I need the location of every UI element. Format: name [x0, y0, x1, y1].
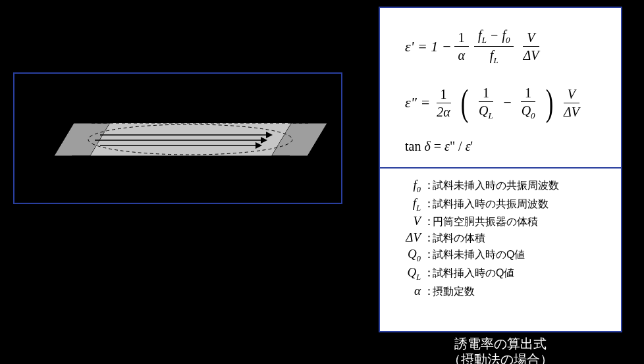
formula-caption: 誘電率の算出式 （摂動法の場合）: [379, 336, 622, 364]
legend-symbol: α: [392, 284, 421, 298]
legend-colon: ：: [423, 196, 433, 211]
legend-desc: 試料挿入時の共振周波数: [433, 197, 549, 211]
equation-tan-delta: tan δ = ε" / ε': [405, 139, 608, 154]
legend-row: fL：試料挿入時の共振周波数: [392, 196, 609, 213]
legend-desc: 試料挿入時のQ値: [433, 267, 514, 280]
legend-desc: 試料未挿入時のQ値: [433, 248, 525, 262]
legend-symbol: Q0: [392, 247, 421, 264]
legend-colon: ：: [423, 178, 433, 193]
caption-line1: 誘電率の算出式: [454, 336, 547, 351]
caption-line2: （摂動法の場合）: [448, 352, 553, 364]
legend-colon: ：: [423, 265, 433, 280]
legend-row: QL：試料挿入時のQ値: [392, 265, 609, 282]
equation-eps-prime: ε' = 1 − 1 α fL − f0 fL V ΔV: [405, 26, 608, 67]
cavity-diagram-frame: [13, 72, 342, 204]
equation-eps-double-prime: ε" = 1 2α ( 1 QL − 1 Q0 ) V ΔV: [405, 84, 608, 122]
legend-colon: ：: [423, 214, 433, 229]
legend-row: f0：試料未挿入時の共振周波数: [392, 178, 609, 195]
legend-colon: ：: [423, 247, 433, 262]
legend-symbol: V: [392, 214, 421, 228]
legend-colon: ：: [423, 230, 433, 246]
legend-desc: 試料の体積: [433, 232, 485, 246]
legend-desc: 円筒空胴共振器の体積: [433, 215, 538, 229]
legend-section: f0：試料未挿入時の共振周波数fL：試料挿入時の共振周波数V：円筒空胴共振器の体…: [380, 169, 621, 308]
legend-colon: ：: [423, 284, 433, 299]
equations-section: ε' = 1 − 1 α fL − f0 fL V ΔV ε" = 1: [380, 8, 621, 169]
cavity-diagram-svg: [54, 107, 331, 172]
legend-symbol: fL: [392, 196, 421, 213]
field-label-E: E: [262, 107, 269, 121]
sample-top-face: [90, 123, 291, 156]
legend-row: α：摂動定数: [392, 284, 609, 299]
legend-symbol: QL: [392, 265, 421, 282]
legend-symbol: ΔV: [392, 230, 421, 245]
legend-desc: 摂動定数: [433, 285, 475, 299]
legend-row: ΔV：試料の体積: [392, 230, 609, 246]
legend-symbol: f0: [392, 178, 421, 195]
formula-box: ε' = 1 − 1 α fL − f0 fL V ΔV ε" = 1: [379, 7, 622, 332]
legend-row: Q0：試料未挿入時のQ値: [392, 247, 609, 264]
legend-desc: 試料未挿入時の共振周波数: [433, 179, 559, 193]
legend-row: V：円筒空胴共振器の体積: [392, 214, 609, 229]
